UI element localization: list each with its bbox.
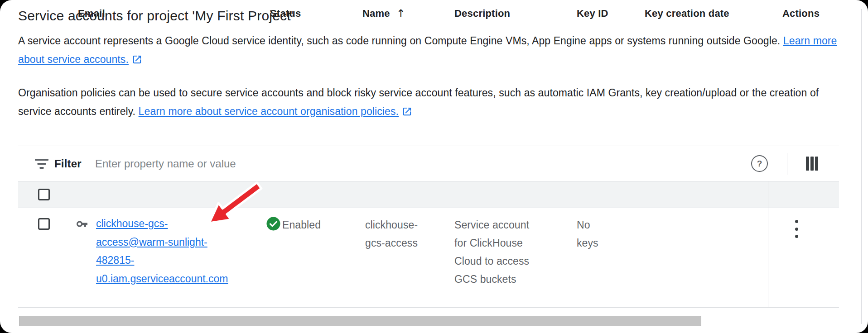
column-header-name-label: Name xyxy=(362,8,390,19)
help-button[interactable]: ? xyxy=(751,155,768,172)
filter-icon xyxy=(35,159,48,169)
intro-paragraph: A service account represents a Google Cl… xyxy=(18,32,853,69)
column-header-key-id[interactable]: Key ID xyxy=(577,0,608,27)
actions-column-divider xyxy=(768,181,768,307)
vertical-scrollbar-track[interactable] xyxy=(861,9,862,324)
service-accounts-panel: Service accounts for project 'My First P… xyxy=(0,0,868,333)
horizontal-scrollbar-thumb[interactable] xyxy=(19,316,701,326)
table-header-row xyxy=(18,181,839,208)
toolbar-divider xyxy=(787,153,787,175)
column-display-icon xyxy=(806,157,809,171)
column-header-status[interactable]: Status xyxy=(270,0,301,27)
email-line: 482815- xyxy=(96,251,228,270)
link-label: Learn more about service account organis… xyxy=(139,105,399,117)
column-header-email[interactable]: Email xyxy=(78,0,105,27)
check-circle-icon xyxy=(266,217,280,231)
email-line: u0.iam.gserviceaccount.com xyxy=(96,270,228,288)
column-header-key-creation-date[interactable]: Key creation date xyxy=(645,0,729,27)
service-account-email-link[interactable]: clickhouse-gcs- access@warm-sunlight- 48… xyxy=(96,214,228,288)
column-header-description[interactable]: Description xyxy=(454,0,510,27)
page-title: Service accounts for project 'My First P… xyxy=(18,7,294,25)
row-checkbox[interactable] xyxy=(38,218,50,230)
name-cell: clickhouse- gcs-access xyxy=(365,216,418,252)
help-icon: ? xyxy=(757,159,762,169)
column-display-button[interactable] xyxy=(806,157,818,171)
intro-text: A service account represents a Google Cl… xyxy=(18,35,783,47)
email-line: clickhouse-gcs- xyxy=(96,214,228,233)
external-link-icon xyxy=(132,54,142,65)
table-bottom-border xyxy=(18,307,839,308)
policy-paragraph: Organisation policies can be used to sec… xyxy=(18,84,853,121)
email-line: access@warm-sunlight- xyxy=(96,233,228,252)
column-header-actions: Actions xyxy=(782,0,820,27)
row-actions-menu-button[interactable] xyxy=(787,219,805,239)
description-cell: Service account for ClickHouse Cloud to … xyxy=(454,216,529,288)
status-text: Enabled xyxy=(282,216,321,234)
learn-more-organisation-policies-link[interactable]: Learn more about service account organis… xyxy=(139,105,412,117)
filter-input[interactable] xyxy=(94,157,751,171)
key-id-cell: No keys xyxy=(577,216,598,252)
external-link-icon xyxy=(402,106,412,117)
column-header-name[interactable]: Name↑ xyxy=(362,0,405,27)
filter-label: Filter xyxy=(54,157,82,170)
sort-ascending-icon: ↑ xyxy=(396,7,405,20)
service-account-key-icon xyxy=(75,219,89,229)
select-all-checkbox[interactable] xyxy=(38,189,50,200)
filter-bar: Filter ? xyxy=(18,146,839,181)
